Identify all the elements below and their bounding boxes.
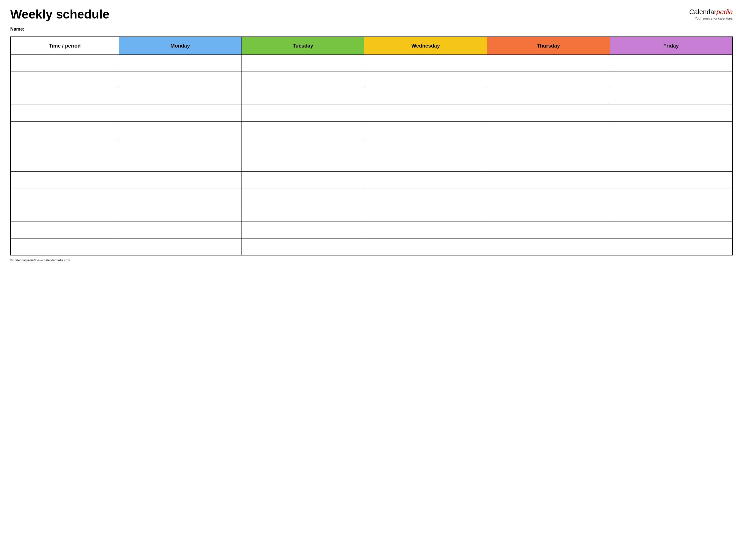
table-body [10, 55, 733, 255]
table-cell [119, 222, 242, 239]
table-cell [610, 122, 733, 138]
table-cell [487, 138, 610, 155]
schedule-table: Time / period Monday Tuesday Wednesday T… [10, 37, 733, 255]
table-cell [119, 72, 242, 88]
table-cell [364, 72, 487, 88]
table-row [10, 172, 733, 188]
col-header-thursday: Thursday [487, 37, 610, 55]
table-cell [364, 138, 487, 155]
table-cell [610, 88, 733, 105]
table-cell [364, 205, 487, 222]
table-row [10, 155, 733, 172]
table-cell [364, 172, 487, 188]
table-cell [364, 88, 487, 105]
table-cell [242, 138, 364, 155]
table-cell [119, 188, 242, 205]
table-cell [242, 188, 364, 205]
table-cell [487, 105, 610, 122]
table-cell [364, 188, 487, 205]
table-row [10, 205, 733, 222]
table-cell [364, 122, 487, 138]
table-cell [10, 72, 119, 88]
table-cell [364, 239, 487, 255]
table-cell [610, 222, 733, 239]
table-cell [364, 55, 487, 72]
table-cell [242, 72, 364, 88]
col-header-monday: Monday [119, 37, 242, 55]
page-header: Weekly schedule Calendarpedia Your sourc… [10, 8, 733, 21]
table-cell [119, 239, 242, 255]
table-cell [119, 105, 242, 122]
table-cell [119, 55, 242, 72]
table-cell [487, 172, 610, 188]
col-header-wednesday: Wednesday [364, 37, 487, 55]
table-cell [10, 88, 119, 105]
table-cell [487, 88, 610, 105]
table-cell [242, 105, 364, 122]
table-cell [487, 205, 610, 222]
table-cell [364, 155, 487, 172]
table-cell [610, 105, 733, 122]
table-cell [242, 122, 364, 138]
table-cell [242, 222, 364, 239]
page-title: Weekly schedule [10, 8, 110, 21]
table-cell [610, 72, 733, 88]
table-cell [10, 55, 119, 72]
table-cell [242, 172, 364, 188]
table-cell [487, 122, 610, 138]
table-cell [10, 239, 119, 255]
table-cell [242, 239, 364, 255]
table-cell [610, 188, 733, 205]
table-row [10, 239, 733, 255]
table-cell [487, 55, 610, 72]
table-row [10, 55, 733, 72]
table-row [10, 222, 733, 239]
table-cell [610, 155, 733, 172]
table-row [10, 122, 733, 138]
col-header-tuesday: Tuesday [242, 37, 364, 55]
table-cell [242, 205, 364, 222]
col-header-friday: Friday [610, 37, 733, 55]
table-cell [10, 188, 119, 205]
table-row [10, 105, 733, 122]
table-cell [10, 172, 119, 188]
table-cell [242, 55, 364, 72]
col-header-time: Time / period [10, 37, 119, 55]
table-row [10, 188, 733, 205]
name-label: Name: [10, 27, 733, 32]
table-cell [119, 205, 242, 222]
table-cell [119, 172, 242, 188]
logo-calendar: Calendar [689, 8, 716, 16]
table-cell [119, 88, 242, 105]
table-cell [119, 155, 242, 172]
table-row [10, 72, 733, 88]
table-cell [487, 239, 610, 255]
logo-subtitle: Your source for calendars [689, 16, 733, 21]
logo-area: Calendarpedia Your source for calendars [689, 8, 733, 21]
table-cell [610, 55, 733, 72]
table-cell [10, 155, 119, 172]
footer: © Calendarpedia® www.calendarpedia.com [10, 259, 733, 262]
table-cell [487, 72, 610, 88]
table-cell [242, 155, 364, 172]
table-row [10, 88, 733, 105]
table-cell [10, 205, 119, 222]
logo-text: Calendarpedia [689, 8, 733, 16]
table-cell [610, 205, 733, 222]
table-cell [487, 188, 610, 205]
table-cell [610, 239, 733, 255]
table-cell [610, 138, 733, 155]
table-cell [119, 138, 242, 155]
table-cell [487, 222, 610, 239]
table-row [10, 138, 733, 155]
table-cell [487, 155, 610, 172]
logo-pedia: pedia [716, 8, 733, 16]
table-cell [10, 222, 119, 239]
table-cell [10, 105, 119, 122]
table-cell [364, 222, 487, 239]
table-cell [10, 138, 119, 155]
table-cell [242, 88, 364, 105]
table-cell [610, 172, 733, 188]
table-header-row: Time / period Monday Tuesday Wednesday T… [10, 37, 733, 55]
table-cell [364, 105, 487, 122]
